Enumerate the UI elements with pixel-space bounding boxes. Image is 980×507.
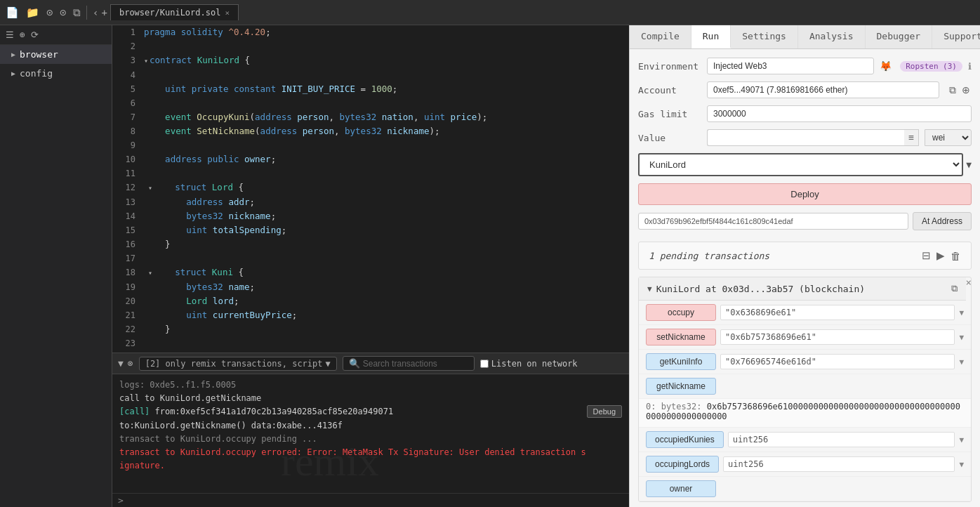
code-line-7: 7 event OccupyKuni(address person, bytes…: [112, 110, 629, 124]
method-occupinglords-row: occupingLords uint256 ▼: [639, 452, 971, 477]
method-occupiedkunies-btn[interactable]: occupiedKunies: [646, 431, 724, 448]
sidebar-item-config[interactable]: ▶ config: [0, 64, 112, 83]
code-line-3: 3 ▾contract KuniLord {: [112, 53, 629, 68]
pending-tx-play-btn[interactable]: ▶: [936, 249, 945, 262]
instance-title: KuniLord at 0x03d...3ab57 (blockchain): [656, 284, 947, 294]
add-account-btn[interactable]: ⊕: [960, 83, 972, 98]
toolbar-icons: 📄 📁 ⊙ ⊙ ⧉: [6, 6, 81, 19]
method-occupiedkunies-arrow[interactable]: ▼: [959, 435, 964, 445]
instance-copy-btn[interactable]: ⧉: [951, 283, 958, 294]
method-setnickname-btn[interactable]: setNickname: [646, 329, 716, 345]
method-setnickname-value[interactable]: "0x6b757368696e61": [720, 329, 955, 345]
gas-limit-label: Gas limit: [638, 109, 701, 119]
search-icon: 🔍: [349, 358, 360, 369]
close-instance-btn[interactable]: ×: [966, 277, 972, 288]
method-getnickname-btn[interactable]: getNickname: [646, 378, 716, 395]
tab-label: browser/KuniLord.sol: [119, 8, 221, 18]
terminal-prompt: >: [118, 495, 124, 506]
account-actions: ⧉ ⊕: [948, 83, 972, 98]
method-occupinglords-arrow[interactable]: ▼: [959, 460, 964, 469]
code-line-17: 17: [112, 251, 629, 265]
contract-select[interactable]: KuniLord: [638, 153, 963, 176]
copy-account-btn[interactable]: ⧉: [948, 83, 958, 98]
tab-compile[interactable]: Compile: [630, 25, 691, 48]
method-occupy-arrow[interactable]: ▼: [959, 308, 964, 317]
config-arrow: ▶: [11, 70, 15, 77]
copy-icon[interactable]: ⧉: [73, 6, 81, 19]
nav-arrows: ‹ +: [93, 7, 107, 18]
ropsten-badge: Ropsten (3): [900, 61, 962, 72]
main-layout: ☰ ⊕ ⟳ ▶ browser ▶ config 1 pragma solidi…: [0, 25, 980, 507]
back-arrow[interactable]: ‹: [93, 7, 98, 18]
transaction-filter[interactable]: [2] only remix transactions, script ▼: [139, 357, 337, 371]
method-getkuniinfo-value[interactable]: "0x766965746e616d": [720, 354, 955, 369]
terminal-line-call: call to KuniLord.getNickname: [119, 392, 622, 405]
code-line-2: 2: [112, 39, 629, 53]
sidebar-icon3[interactable]: ⟳: [31, 29, 39, 40]
transaction-search[interactable]: 🔍: [343, 356, 475, 371]
tab-support[interactable]: Support: [932, 25, 980, 48]
at-address-button[interactable]: At Address: [913, 212, 972, 230]
deploy-button[interactable]: Deploy: [638, 183, 972, 205]
method-occupiedkunies-row: occupiedKunies uint256 ▼: [639, 428, 971, 452]
pending-tx-text: 1 pending transactions: [649, 251, 769, 261]
contract-instance-header[interactable]: ▼ KuniLord at 0x03d...3ab57 (blockchain)…: [639, 277, 966, 301]
code-line-1: 1 pragma solidity ^0.4.20;: [112, 25, 629, 39]
tab-close-btn[interactable]: ×: [225, 8, 230, 18]
search-input[interactable]: [363, 359, 468, 369]
contract-instance: ▼ KuniLord at 0x03d...3ab57 (blockchain)…: [638, 277, 972, 502]
at-address-input[interactable]: [638, 213, 908, 230]
terminal-arrow-down[interactable]: ▼: [118, 358, 124, 369]
terminal: ▼ ⊗ [2] only remix transactions, script …: [112, 353, 629, 507]
sidebar-icon2[interactable]: ⊕: [20, 29, 25, 40]
pending-tx-trash-btn[interactable]: 🗑: [951, 249, 961, 262]
code-line-8: 8 event SetNickname(address person, byte…: [112, 124, 629, 138]
method-occupy-btn[interactable]: occupy: [646, 304, 716, 321]
github-icon2[interactable]: ⊙: [60, 6, 66, 19]
value-input-wrap: ≡: [707, 129, 919, 146]
active-tab[interactable]: browser/KuniLord.sol ×: [110, 4, 239, 20]
filter-label: [2] only remix transactions, script: [145, 359, 323, 369]
browser-arrow: ▶: [11, 51, 15, 58]
sidebar-item-browser[interactable]: ▶ browser: [0, 45, 112, 64]
folder-icon[interactable]: 📁: [26, 6, 39, 19]
sidebar-icon1[interactable]: ☰: [6, 29, 14, 40]
terminal-clear[interactable]: ⊗: [128, 358, 133, 369]
method-getkuniinfo-arrow[interactable]: ▼: [959, 357, 964, 367]
method-setnickname-row: setNickname "0x6b757368696e61" ▼: [639, 325, 971, 350]
file-icon[interactable]: 📄: [6, 6, 19, 19]
environment-select[interactable]: Injected Web3: [707, 58, 874, 74]
gas-limit-row: Gas limit: [638, 105, 972, 122]
call-link[interactable]: [call]: [119, 407, 150, 416]
account-row: Account 0xef5...49071 (7.9816981666 ethe…: [638, 81, 972, 98]
contract-select-arrow: ▼: [966, 159, 972, 170]
code-line-15: 15 uint totalSpending;: [112, 223, 629, 237]
method-occupy-value[interactable]: "0x6368696e61": [720, 305, 955, 320]
code-line-12: 12 ▾ struct Lord {: [112, 180, 629, 195]
wei-select[interactable]: wei gwei finney ether: [925, 129, 972, 146]
info-icon[interactable]: ℹ: [968, 61, 972, 72]
debug-button[interactable]: Debug: [587, 405, 622, 418]
tab-run[interactable]: Run: [691, 25, 731, 48]
account-select[interactable]: 0xef5...49071 (7.9816981666 ether): [707, 81, 939, 98]
gas-limit-input[interactable]: [707, 105, 972, 122]
tab-settings[interactable]: Settings: [731, 25, 798, 48]
pending-tx-save-btn[interactable]: ⊟: [922, 249, 931, 262]
terminal-line-link: [call] from:0xef5cf341a1d70c2b13a940285a…: [119, 405, 622, 432]
method-setnickname-arrow[interactable]: ▼: [959, 333, 964, 342]
github-icon[interactable]: ⊙: [46, 6, 53, 19]
method-getkuniinfo-row: getKuniInfo "0x766965746e616d" ▼: [639, 350, 971, 374]
value-row: Value ≡ wei gwei finney ether: [638, 129, 972, 146]
value-input[interactable]: [707, 129, 904, 146]
value-unit-icon[interactable]: ≡: [904, 129, 919, 146]
add-tab[interactable]: +: [102, 7, 107, 18]
right-panel: Compile Run Settings Analysis Debugger S…: [629, 25, 980, 507]
method-occupiedkunies-value: uint256: [728, 432, 955, 447]
method-getkuniinfo-btn[interactable]: getKuniInfo: [646, 353, 716, 370]
tab-analysis[interactable]: Analysis: [798, 25, 866, 48]
terminal-toolbar-icons: ▼ ⊗: [118, 358, 133, 369]
method-occupinglords-btn[interactable]: occupingLords: [646, 456, 719, 473]
tab-debugger[interactable]: Debugger: [866, 25, 933, 48]
listen-network-checkbox[interactable]: [480, 360, 489, 368]
method-owner-btn[interactable]: owner: [646, 480, 716, 497]
